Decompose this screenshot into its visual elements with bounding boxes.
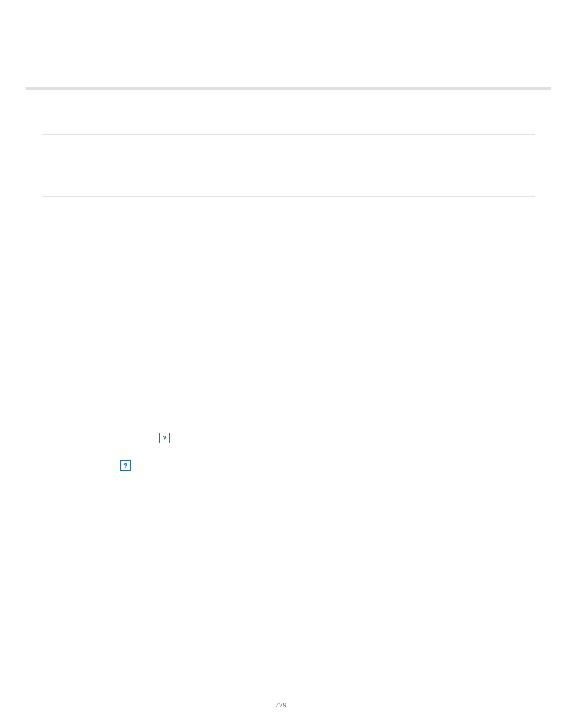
header-separator-bar xyxy=(26,87,551,90)
horizontal-rule-lower xyxy=(42,196,535,197)
missing-image-icon xyxy=(120,460,131,471)
page-number: 779 xyxy=(0,701,562,710)
inline-image-row xyxy=(42,433,535,468)
page-content xyxy=(42,134,535,468)
missing-image-icon xyxy=(159,433,170,443)
rule-gap xyxy=(42,135,535,196)
